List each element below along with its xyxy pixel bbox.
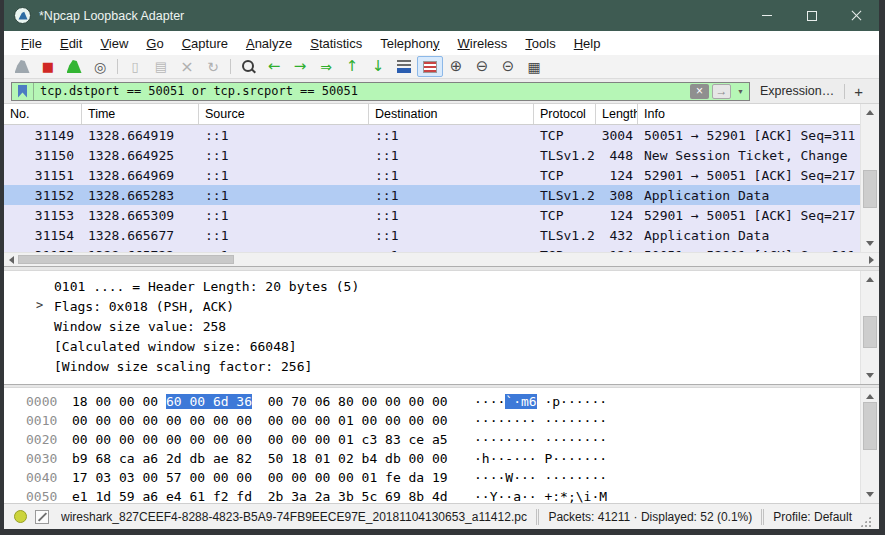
auto-scroll-button[interactable]	[391, 56, 417, 77]
hex-ascii[interactable]: ····W··· ········	[474, 470, 860, 485]
go-forward-button[interactable]: →	[287, 56, 313, 77]
hex-row[interactable]: 004017 03 03 00 57 00 00 00 00 00 00 00 …	[4, 468, 860, 487]
add-filter-button[interactable]: +	[845, 83, 872, 100]
filter-bookmark-button[interactable]	[12, 83, 34, 100]
stop-capture-button[interactable]: ■	[35, 56, 61, 77]
packet-row[interactable]: 311551328.665722::1::1TCP12450051 → 5290…	[4, 245, 860, 252]
packet-row[interactable]: 311541328.665677::1::1TLSv1.2432Applicat…	[4, 225, 860, 245]
scroll-up-arrow-icon[interactable]	[866, 110, 874, 115]
hex-row[interactable]: 0050e1 1d 59 a6 e4 61 f2 fd 2b 3a 2a 3b …	[4, 487, 860, 506]
resize-columns-button[interactable]: ▦	[521, 56, 547, 77]
menu-file[interactable]: File	[12, 33, 51, 54]
open-file-button[interactable]: ▯	[122, 56, 148, 77]
hex-row[interactable]: 0030b9 68 ca a6 2d db ae 82 50 18 01 02 …	[4, 449, 860, 468]
packet-row[interactable]: 311511328.664969::1::1TCP12452901 → 5005…	[4, 165, 860, 185]
hex-bytes[interactable]: 18 00 00 00 60 00 6d 36 00 70 06 80 00 0…	[72, 394, 474, 409]
close-file-button[interactable]: ×	[174, 56, 200, 77]
profile-label[interactable]: Profile: Default	[773, 510, 852, 524]
menu-edit[interactable]: Edit	[51, 33, 91, 54]
close-button[interactable]	[834, 0, 879, 31]
detail-line[interactable]: [Window size scaling factor: 256]	[4, 356, 860, 376]
save-file-button[interactable]: ▤	[148, 56, 174, 77]
hex-ascii[interactable]: ········ ········	[474, 432, 860, 447]
scroll-down-arrow-icon[interactable]	[866, 373, 874, 378]
hex-bytes[interactable]: 17 03 03 00 57 00 00 00 00 00 00 00 01 f…	[72, 470, 474, 485]
scrollbar-thumb[interactable]	[863, 170, 877, 208]
column-header-length[interactable]: Length	[596, 104, 638, 124]
minimize-button[interactable]	[744, 0, 789, 31]
go-to-top-button[interactable]: ↑	[339, 56, 365, 77]
menu-view[interactable]: View	[91, 33, 137, 54]
scroll-down-arrow-icon[interactable]	[866, 241, 874, 246]
scroll-down-arrow-icon[interactable]	[866, 492, 874, 497]
maximize-button[interactable]	[789, 0, 834, 31]
expert-info-icon[interactable]	[14, 510, 27, 523]
packet-row[interactable]: 311531328.665309::1::1TCP12452901 → 5005…	[4, 205, 860, 225]
menu-tools[interactable]: Tools	[516, 33, 564, 54]
menu-telephony[interactable]: Telephony	[371, 33, 448, 54]
scroll-left-arrow-icon[interactable]	[9, 256, 14, 264]
filter-apply-button[interactable]: →	[712, 84, 731, 99]
capture-options-button[interactable]: ◎	[87, 56, 113, 77]
go-to-packet-button[interactable]: ⇒	[313, 56, 339, 77]
hex-bytes[interactable]: 00 00 00 00 00 00 00 00 00 00 00 01 c3 8…	[72, 432, 474, 447]
hex-scrollbar[interactable]	[860, 388, 879, 503]
menu-capture[interactable]: Capture	[173, 33, 237, 54]
menu-statistics[interactable]: Statistics	[301, 33, 371, 54]
go-back-button[interactable]: ←	[261, 56, 287, 77]
column-header-time[interactable]: Time	[82, 104, 199, 124]
packet-row[interactable]: 311501328.664925::1::1TLSv1.2448New Sess…	[4, 145, 860, 165]
filter-clear-button[interactable]: ×	[690, 84, 709, 99]
filter-dropdown-button[interactable]: ▼	[734, 84, 747, 99]
packet-list-hscrollbar[interactable]	[4, 252, 879, 266]
menu-analyze[interactable]: Analyze	[237, 33, 301, 54]
colorize-button[interactable]	[417, 56, 443, 77]
column-header-protocol[interactable]: Protocol	[534, 104, 596, 124]
go-to-bottom-button[interactable]: ↓	[365, 56, 391, 77]
packet-list-scrollbar[interactable]	[860, 104, 879, 252]
scroll-up-arrow-icon[interactable]	[866, 277, 874, 282]
hex-ascii[interactable]: ·h··-··· P·······	[474, 451, 860, 466]
scroll-up-arrow-icon[interactable]	[866, 394, 874, 399]
hscrollbar-thumb[interactable]	[18, 255, 234, 264]
zoom-in-button[interactable]: ⊕	[443, 56, 469, 77]
column-header-destination[interactable]: Destination	[369, 104, 534, 124]
scrollbar-thumb[interactable]	[863, 402, 877, 450]
capture-comment-icon[interactable]	[35, 510, 49, 524]
expander-icon[interactable]: >	[36, 298, 43, 312]
detail-line[interactable]: 0101 .... = Header Length: 20 bytes (5)	[4, 276, 860, 296]
hex-ascii[interactable]: ····`·m6 ·p······	[474, 394, 860, 409]
start-capture-button[interactable]	[9, 56, 35, 77]
detail-line[interactable]: >Flags: 0x018 (PSH, ACK)	[4, 296, 860, 316]
find-packet-button[interactable]	[235, 56, 261, 77]
resize-grip-icon[interactable]	[860, 516, 871, 527]
packet-row[interactable]: 311521328.665283::1::1TLSv1.2308Applicat…	[4, 185, 860, 205]
zoom-reset-button[interactable]: ⊝	[495, 56, 521, 77]
hex-ascii[interactable]: ··Y··a·· +:*;\i·M	[474, 489, 860, 504]
hex-row[interactable]: 002000 00 00 00 00 00 00 00 00 00 00 01 …	[4, 430, 860, 449]
hex-ascii[interactable]: ········ ········	[474, 413, 860, 428]
zoom-out-button[interactable]: ⊖	[469, 56, 495, 77]
scrollbar-thumb[interactable]	[863, 316, 877, 348]
menu-go[interactable]: Go	[137, 33, 172, 54]
scroll-right-arrow-icon[interactable]	[869, 256, 874, 264]
packet-row[interactable]: 311491328.664919::1::1TCP300450051 → 529…	[4, 125, 860, 145]
detail-line[interactable]: [Calculated window size: 66048]	[4, 336, 860, 356]
details-scrollbar[interactable]	[860, 271, 879, 384]
restart-capture-button[interactable]	[61, 56, 87, 77]
hex-bytes[interactable]: e1 1d 59 a6 e4 61 f2 fd 2b 3a 2a 3b 5c 6…	[72, 489, 474, 504]
column-header-source[interactable]: Source	[199, 104, 369, 124]
expression-button[interactable]: Expression…	[750, 84, 844, 98]
hex-row[interactable]: 001000 00 00 00 00 00 00 00 00 00 00 01 …	[4, 411, 860, 430]
column-header-info[interactable]: Info	[638, 104, 860, 124]
menu-wireless[interactable]: Wireless	[449, 33, 517, 54]
hex-row[interactable]: 000018 00 00 00 60 00 6d 36 00 70 06 80 …	[4, 392, 860, 411]
column-header-no[interactable]: No.	[4, 104, 82, 124]
hex-bytes[interactable]: 00 00 00 00 00 00 00 00 00 00 00 01 00 0…	[72, 413, 474, 428]
menu-help[interactable]: Help	[565, 33, 610, 54]
detail-line[interactable]: Window size value: 258	[4, 316, 860, 336]
reload-file-button[interactable]: ↻	[200, 56, 226, 77]
title-bar[interactable]: *Npcap Loopback Adapter	[4, 0, 879, 31]
filter-input[interactable]	[34, 84, 690, 98]
hex-bytes[interactable]: b9 68 ca a6 2d db ae 82 50 18 01 02 b4 d…	[72, 451, 474, 466]
